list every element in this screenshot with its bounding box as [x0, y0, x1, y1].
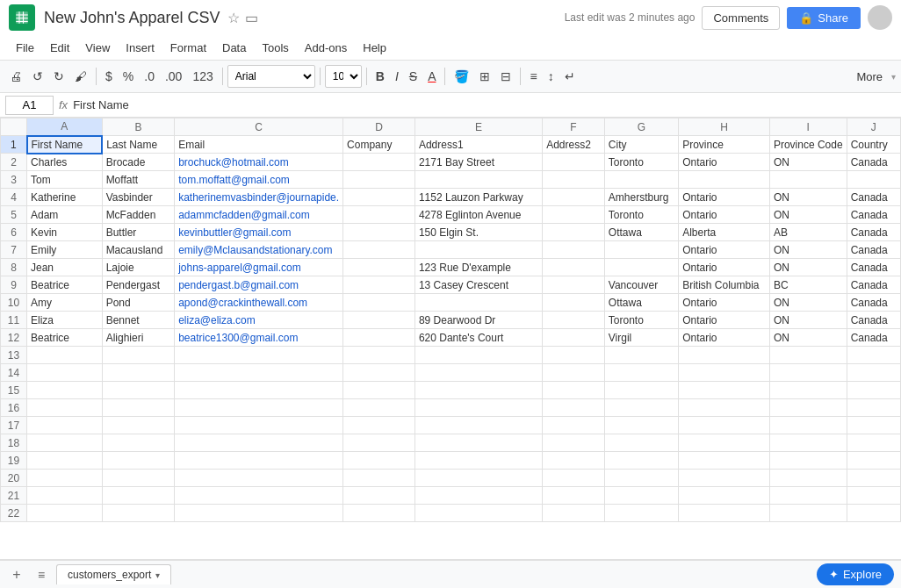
cell-j11[interactable]: Canada — [847, 312, 900, 329]
cell-d1[interactable]: Company — [343, 136, 415, 154]
cell-a5[interactable]: Adam — [27, 206, 103, 224]
cell-j14[interactable] — [847, 364, 900, 382]
cell-b9[interactable]: Pendergast — [102, 276, 175, 294]
cell-b21[interactable] — [102, 487, 175, 505]
cell-h20[interactable] — [679, 470, 770, 487]
cell-c11[interactable]: eliza@eliza.com — [175, 312, 343, 329]
cell-c17[interactable] — [175, 417, 343, 434]
row-header[interactable]: 2 — [1, 154, 27, 171]
col-header-e[interactable]: E — [414, 118, 542, 136]
cell-e22[interactable] — [414, 505, 542, 522]
row-header[interactable]: 1 — [1, 136, 27, 154]
cell-h6[interactable]: Alberta — [679, 224, 770, 241]
cell-i9[interactable]: BC — [769, 276, 847, 294]
row-header[interactable]: 14 — [1, 364, 27, 382]
cell-j17[interactable] — [847, 417, 900, 434]
row-header[interactable]: 9 — [1, 276, 27, 294]
cell-h19[interactable] — [679, 452, 770, 470]
cell-h14[interactable] — [679, 364, 770, 382]
cell-j10[interactable]: Canada — [847, 294, 900, 312]
cell-a8[interactable]: Jean — [27, 259, 103, 276]
cell-j5[interactable]: Canada — [847, 206, 900, 224]
cell-e21[interactable] — [414, 487, 542, 505]
more-button[interactable]: More — [849, 68, 890, 86]
cell-e9[interactable]: 13 Casey Crescent — [414, 276, 542, 294]
cell-reference-input[interactable] — [5, 96, 54, 115]
cell-d4[interactable] — [343, 189, 415, 206]
cell-g18[interactable] — [604, 434, 678, 452]
cell-i20[interactable] — [769, 470, 847, 487]
row-header[interactable]: 8 — [1, 259, 27, 276]
cell-b14[interactable] — [102, 364, 175, 382]
cell-b5[interactable]: McFadden — [102, 206, 175, 224]
cell-d6[interactable] — [343, 224, 415, 241]
cell-f1[interactable]: Address2 — [543, 136, 605, 154]
cell-j8[interactable]: Canada — [847, 259, 900, 276]
cell-c19[interactable] — [175, 452, 343, 470]
wrap-button[interactable]: ↵ — [560, 67, 580, 86]
avatar[interactable] — [868, 5, 892, 30]
row-header[interactable]: 18 — [1, 434, 27, 452]
add-sheet-button[interactable]: + — [7, 565, 26, 584]
cell-i6[interactable]: AB — [769, 224, 847, 241]
cell-b8[interactable]: Lajoie — [102, 259, 175, 276]
cell-h9[interactable]: British Columbia — [679, 276, 770, 294]
cell-e14[interactable] — [414, 364, 542, 382]
cell-g1[interactable]: City — [604, 136, 678, 154]
cell-a15[interactable] — [27, 382, 103, 399]
cell-c15[interactable] — [175, 382, 343, 399]
cell-e18[interactable] — [414, 434, 542, 452]
cell-b16[interactable] — [102, 399, 175, 417]
cell-h13[interactable] — [679, 347, 770, 364]
cell-c8[interactable]: johns-apparel@gmail.com — [175, 259, 343, 276]
folder-icon[interactable]: ▭ — [245, 10, 258, 26]
cell-a21[interactable] — [27, 487, 103, 505]
formula-input[interactable] — [73, 98, 896, 111]
cell-h4[interactable]: Ontario — [679, 189, 770, 206]
merge-button[interactable]: ⊟ — [496, 67, 515, 86]
row-header[interactable]: 20 — [1, 470, 27, 487]
cell-i4[interactable]: ON — [769, 189, 847, 206]
cell-d11[interactable] — [343, 312, 415, 329]
col-header-g[interactable]: G — [604, 118, 678, 136]
cell-f19[interactable] — [543, 452, 605, 470]
currency-button[interactable]: $ — [101, 67, 117, 86]
col-header-h[interactable]: H — [679, 118, 770, 136]
cell-f2[interactable] — [543, 154, 605, 171]
cell-f9[interactable] — [543, 276, 605, 294]
menu-format[interactable]: Format — [163, 39, 213, 57]
cell-h8[interactable]: Ontario — [679, 259, 770, 276]
cell-f13[interactable] — [543, 347, 605, 364]
cell-j12[interactable]: Canada — [847, 329, 900, 347]
cell-b7[interactable]: Macausland — [102, 241, 175, 259]
cell-b2[interactable]: Brocade — [102, 154, 175, 171]
cell-d5[interactable] — [343, 206, 415, 224]
cell-d9[interactable] — [343, 276, 415, 294]
cell-a7[interactable]: Emily — [27, 241, 103, 259]
cell-b15[interactable] — [102, 382, 175, 399]
cell-j21[interactable] — [847, 487, 900, 505]
cell-g21[interactable] — [604, 487, 678, 505]
cell-g22[interactable] — [604, 505, 678, 522]
cell-a17[interactable] — [27, 417, 103, 434]
cell-h5[interactable]: Ontario — [679, 206, 770, 224]
cell-b10[interactable]: Pond — [102, 294, 175, 312]
cell-c14[interactable] — [175, 364, 343, 382]
cell-g8[interactable] — [604, 259, 678, 276]
cell-c3[interactable]: tom.moffatt@gmail.com — [175, 171, 343, 189]
cell-a13[interactable] — [27, 347, 103, 364]
cell-e19[interactable] — [414, 452, 542, 470]
cell-h18[interactable] — [679, 434, 770, 452]
cell-c7[interactable]: emily@Mclausandstationary.com — [175, 241, 343, 259]
cell-b6[interactable]: Buttler — [102, 224, 175, 241]
row-header[interactable]: 7 — [1, 241, 27, 259]
cell-h2[interactable]: Ontario — [679, 154, 770, 171]
cell-c4[interactable]: katherinemvasbinder@journapide. — [175, 189, 343, 206]
cell-j19[interactable] — [847, 452, 900, 470]
cell-i19[interactable] — [769, 452, 847, 470]
cell-i8[interactable]: ON — [769, 259, 847, 276]
cell-c1[interactable]: Email — [175, 136, 343, 154]
cell-h7[interactable]: Ontario — [679, 241, 770, 259]
col-header-b[interactable]: B — [102, 118, 175, 136]
cell-a22[interactable] — [27, 505, 103, 522]
